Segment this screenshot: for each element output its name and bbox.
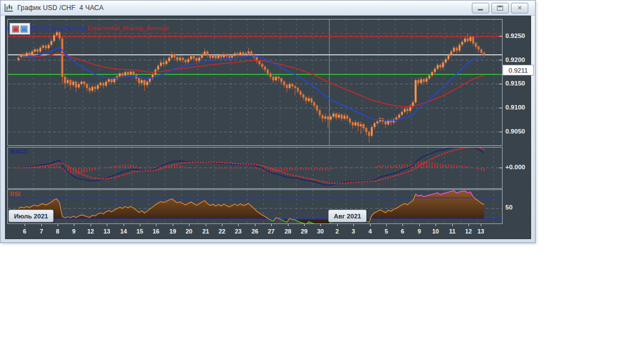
close-button[interactable]: ✕ [511,3,528,13]
legend-button-plate [10,23,30,35]
time-axis-label: 6 [401,228,404,235]
minimize-icon [478,9,483,11]
time-axis-tick [337,224,338,226]
time-axis-tick [222,224,222,226]
time-axis-label: 30 [317,228,324,235]
macd-label: MACD [10,148,29,155]
time-axis-tick [468,224,469,226]
time-axis-label: 21 [202,228,209,235]
chart-client-area: Exponential_Moving_Average Exponential_M… [5,16,531,239]
time-axis-label: 23 [235,228,242,235]
rsi-chart-svg [8,190,502,223]
ema-red-legend-label: Exponential_Moving_Average [87,25,169,31]
time-axis-tick [435,224,436,226]
time-axis-label: 2 [335,228,339,235]
time-axis-tick [320,224,321,226]
macd-axis-label: +0.000 [505,164,525,170]
month-callout-august: Авг 2021 [328,209,367,222]
time-axis-tick [140,224,140,226]
time-axis-tick [386,224,387,226]
price-axis-label: 0.9200 [505,56,525,63]
time-axis-tick [452,224,453,226]
time-axis-label: 9 [72,228,75,235]
time-axis-label: 10 [432,228,439,235]
time-axis-tick [107,224,107,226]
time-axis-label: 5 [385,228,388,235]
maximize-button[interactable] [491,3,509,13]
time-axis-tick [156,224,157,226]
time-axis-label: 11 [449,228,456,235]
price-panel[interactable]: Exponential_Moving_Average Exponential_M… [7,19,503,146]
time-axis-label: 4 [368,228,372,235]
chart-window: График USD /CHF 4 ЧАСА ✕ Exponential_Mov… [0,0,536,243]
time-axis-tick [353,224,354,226]
time-axis-tick [173,224,173,226]
price-axis-label: 0.9250 [505,32,525,39]
time-axis-label: 16 [153,228,159,235]
time-axis-label: 20 [186,228,192,235]
time-axis-tick [481,224,481,226]
price-axis-label: 0.9100 [505,104,525,111]
ema-red-toggle-button[interactable] [12,26,19,32]
month-callout-july: Июль 2021 [8,209,54,222]
time-axis-label: 29 [301,228,307,235]
time-axis-label: 19 [169,228,176,235]
time-axis-tick [41,224,42,226]
time-axis: 6789121314151619202122232627282930234569… [7,224,503,239]
price-chart-svg [8,20,502,145]
time-axis-label: 6 [23,228,26,235]
time-axis-label: 26 [252,228,258,235]
time-axis-label: 7 [40,228,43,235]
time-axis-tick [206,224,206,226]
macd-chart-svg [8,147,502,188]
time-axis-tick [124,224,124,226]
time-axis-label: 3 [352,228,355,235]
window-title: График USD /CHF 4 ЧАСА [17,4,103,12]
time-axis-label: 12 [465,228,472,235]
current-price-flag: 0.9211 [503,65,534,75]
time-axis-tick [74,224,74,226]
time-axis-label: 28 [285,228,291,235]
macd-panel[interactable]: MACD [7,147,503,189]
minimize-button[interactable] [472,3,489,13]
time-axis-tick [402,224,403,226]
time-axis-label: 8 [56,228,59,235]
time-axis-tick [255,224,255,226]
ema-blue-toggle-button[interactable] [21,26,27,32]
rsi-label: RSI [10,190,20,197]
time-axis-label: 13 [103,228,110,235]
time-axis-label: 9 [418,228,421,235]
price-axis-label: 0.9150 [505,80,525,87]
time-axis-tick [238,224,239,226]
time-axis-tick [91,224,91,226]
time-axis-label: 15 [136,228,143,235]
price-axis-label: 0.9050 [505,128,525,135]
time-axis-tick [58,224,58,226]
rsi-axis-label: 50 [505,204,513,211]
time-axis-label: 27 [268,228,274,235]
time-axis-tick [304,224,305,226]
chart-window-icon [4,3,13,12]
time-axis-label: 13 [477,228,484,235]
time-axis-label: 22 [219,228,225,235]
time-axis-label: 14 [120,228,127,235]
time-axis-tick [189,224,190,226]
rsi-panel[interactable]: RSI [7,189,503,224]
time-axis-tick [419,224,420,226]
time-axis-tick [25,224,25,226]
window-titlebar[interactable]: График USD /CHF 4 ЧАСА ✕ [1,1,535,16]
time-axis-label: 12 [87,228,94,235]
close-icon: ✕ [517,5,522,11]
time-axis-tick [370,224,371,226]
time-axis-tick [271,224,272,226]
time-axis-tick [288,224,288,226]
maximize-icon [497,6,503,11]
